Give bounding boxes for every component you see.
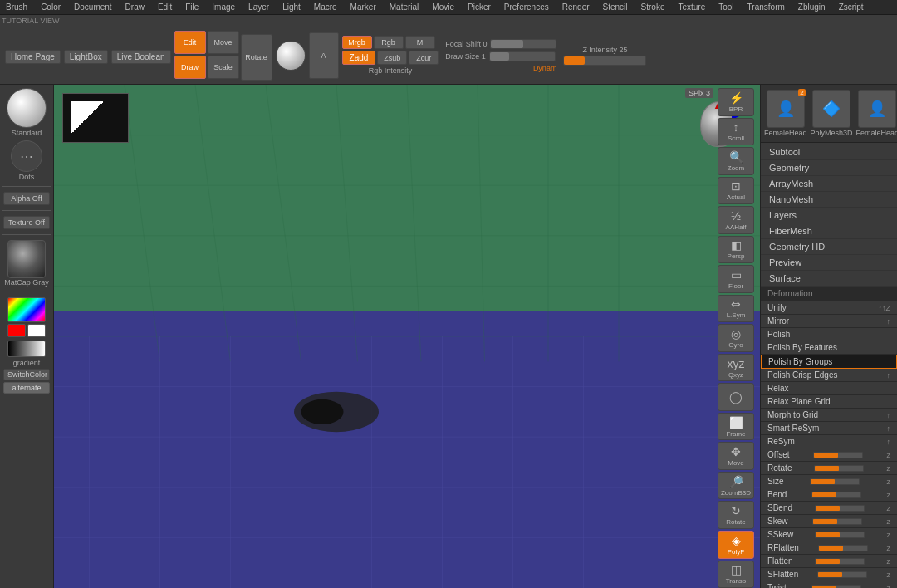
- deform-size[interactable]: Size z: [761, 475, 897, 488]
- canvas-nav-btn-Scroll[interactable]: ↕Scroll: [718, 118, 754, 146]
- tool-polymesh[interactable]: 🔷 PolyMesh3D: [809, 88, 855, 139]
- deform-relax-plane-grid[interactable]: Relax Plane Grid: [761, 395, 897, 409]
- z-intensity-slider[interactable]: [563, 56, 646, 66]
- menu-color[interactable]: Color: [38, 2, 63, 12]
- alpha-off-button[interactable]: Alpha Off: [3, 192, 50, 205]
- deform-flatten[interactable]: Flatten z: [761, 555, 897, 568]
- texture-off-button[interactable]: Texture Off: [3, 216, 50, 229]
- deform-rotate[interactable]: Rotate z: [761, 462, 897, 475]
- canvas-nav-btn-10[interactable]: ◯: [718, 383, 754, 411]
- dots-brush[interactable]: ⋯ Dots: [2, 140, 51, 181]
- bend-slider[interactable]: [811, 492, 861, 498]
- menu-transform[interactable]: Transform: [745, 2, 787, 12]
- canvas-nav-btn-PolyF[interactable]: ◈PolyF: [718, 531, 754, 559]
- deform-twist[interactable]: Twist z: [761, 581, 897, 588]
- alternate-button[interactable]: alternate: [3, 382, 50, 394]
- deform-bend[interactable]: Bend z: [761, 488, 897, 502]
- canvas-nav-btn-Rotate[interactable]: ↻Rotate: [718, 501, 754, 529]
- canvas-nav-btn-ZoomB3D[interactable]: 🔎ZoomB3D: [718, 472, 754, 500]
- draw-size-slider[interactable]: [489, 51, 556, 61]
- background-color[interactable]: [27, 324, 46, 337]
- canvas-nav-btn-Move[interactable]: ✥Move: [718, 442, 754, 470]
- zsub-button[interactable]: Zsub: [377, 51, 407, 65]
- focal-shift-slider[interactable]: [490, 39, 556, 49]
- switch-color-button[interactable]: SwitchColor: [3, 369, 50, 380]
- canvas-nav-btn-Transp[interactable]: ◫Transp: [718, 561, 754, 589]
- menu-subtool[interactable]: Subtool: [761, 145, 897, 160]
- menu-brush[interactable]: Brush: [3, 2, 30, 12]
- menu-picker[interactable]: Picker: [465, 2, 493, 12]
- live-boolean-button[interactable]: Live Boolean: [111, 50, 171, 64]
- menu-stencil[interactable]: Stencil: [600, 2, 630, 12]
- canvas-nav-btn-Qxyz[interactable]: xyzQxyz: [718, 354, 754, 382]
- menu-image[interactable]: Image: [209, 2, 238, 12]
- deform-resym[interactable]: ReSym ↑: [761, 435, 897, 448]
- canvas-nav-btn-AAHalf[interactable]: ½AAHalf: [718, 206, 754, 234]
- lightbox-button[interactable]: LightBox: [64, 50, 108, 64]
- menu-edit[interactable]: Edit: [155, 2, 174, 12]
- home-page-button[interactable]: Home Page: [5, 50, 61, 64]
- twist-slider[interactable]: [811, 585, 861, 589]
- deform-mirror[interactable]: Mirror ↑: [761, 315, 897, 328]
- brush-preview[interactable]: [276, 41, 306, 71]
- color-swatch[interactable]: [7, 297, 46, 322]
- deform-relax[interactable]: Relax: [761, 382, 897, 395]
- menu-stroke[interactable]: Stroke: [639, 2, 668, 12]
- menu-document[interactable]: Document: [71, 2, 115, 12]
- menu-draw[interactable]: Draw: [123, 2, 147, 12]
- menu-tool[interactable]: Tool: [716, 2, 736, 12]
- menu-texture[interactable]: Texture: [675, 2, 708, 12]
- menu-marker[interactable]: Marker: [348, 2, 379, 12]
- sbend-slider[interactable]: [815, 505, 865, 512]
- deform-sbend[interactable]: SBend z: [761, 502, 897, 515]
- mrgb-button[interactable]: Mrgb: [342, 36, 372, 49]
- menu-fibermesh[interactable]: FiberMesh: [761, 223, 897, 239]
- menu-geometry-hd[interactable]: Geometry HD: [761, 239, 897, 255]
- canvas-nav-btn-Persp[interactable]: ◧Persp: [718, 236, 754, 264]
- tool-female-head-1[interactable]: 👤 2 FemaleHead: [762, 88, 809, 139]
- menu-render[interactable]: Render: [560, 2, 592, 12]
- deform-polish-by-groups[interactable]: Polish By Groups: [761, 355, 897, 369]
- canvas-nav-btn-Floor[interactable]: ▭Floor: [718, 265, 754, 293]
- foreground-color[interactable]: [7, 324, 26, 337]
- standard-brush[interactable]: Standard: [2, 88, 51, 137]
- deform-offset[interactable]: Offset z: [761, 448, 897, 462]
- deform-polish-crisp-edges[interactable]: Polish Crisp Edges ↑: [761, 369, 897, 382]
- skew-slider[interactable]: [812, 518, 862, 525]
- zadd-button[interactable]: Zadd: [342, 51, 376, 65]
- matcap-material[interactable]: MatCap Gray: [2, 240, 51, 287]
- menu-layer[interactable]: Layer: [246, 2, 272, 12]
- deform-skew[interactable]: Skew z: [761, 515, 897, 528]
- menu-arraymesh[interactable]: ArrayMesh: [761, 176, 897, 192]
- menu-layers[interactable]: Layers: [761, 208, 897, 223]
- move-button[interactable]: Move: [208, 31, 239, 54]
- canvas-area[interactable]: SPix 3 ▲ ▶ ▶ ⚡BPR↕Scroll🔍Zoom⊡Actual½AAH…: [54, 85, 760, 588]
- m-button[interactable]: M: [405, 36, 435, 49]
- rflatten-slider[interactable]: [818, 545, 868, 551]
- canvas-nav-btn-L.Sym[interactable]: ⇔L.Sym: [718, 295, 754, 323]
- a-mode-button[interactable]: A: [309, 32, 339, 79]
- canvas-nav-btn-BPR[interactable]: ⚡BPR: [718, 88, 754, 116]
- menu-preview[interactable]: Preview: [761, 255, 897, 271]
- menu-movie[interactable]: Movie: [429, 2, 457, 12]
- sflatten-slider[interactable]: [817, 571, 867, 578]
- deform-smart-resym[interactable]: Smart ReSym ↑: [761, 422, 897, 435]
- menu-zscript[interactable]: Zscript: [836, 2, 866, 12]
- sskew-slider[interactable]: [815, 532, 865, 538]
- deform-sskew[interactable]: SSkew z: [761, 528, 897, 541]
- menu-geometry[interactable]: Geometry: [761, 160, 897, 176]
- scale-button[interactable]: Scale: [208, 56, 239, 79]
- tool-female-head-2[interactable]: 👤 FemaleHead: [855, 88, 897, 139]
- menu-light[interactable]: Light: [280, 2, 303, 12]
- size-slider[interactable]: [810, 478, 860, 485]
- rgb-button[interactable]: Rgb: [374, 36, 404, 49]
- deform-sflatten[interactable]: SFlatten z: [761, 568, 897, 581]
- menu-zblugin[interactable]: Zblugin: [796, 2, 828, 12]
- rotate-button[interactable]: Rotate: [241, 34, 272, 81]
- menu-file[interactable]: File: [183, 2, 201, 12]
- deform-rflatten[interactable]: RFlatten z: [761, 541, 897, 555]
- zcur-button[interactable]: Zcur: [409, 51, 439, 65]
- canvas-nav-btn-Gyro[interactable]: ◎Gyro: [718, 324, 754, 352]
- menu-surface[interactable]: Surface: [761, 271, 897, 287]
- menu-macro[interactable]: Macro: [311, 2, 340, 12]
